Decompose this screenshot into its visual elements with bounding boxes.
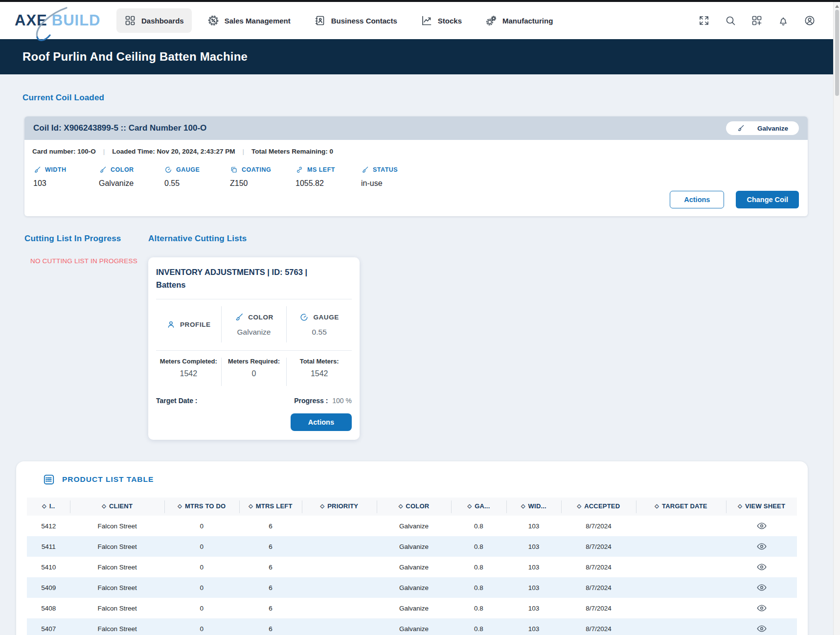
sort-icon (655, 502, 662, 510)
nav-item-manufacturing[interactable]: Manufacturing (477, 8, 561, 33)
alt-card-actions-button[interactable]: Actions (291, 413, 352, 431)
nav-item-label: Manufacturing (502, 17, 553, 25)
view-sheet-eye-icon[interactable] (756, 603, 767, 613)
cell-accepted: 8/7/2024 (561, 557, 636, 577)
coil-meta-loaded-time: Loaded Time: Nov 20, 2024, 2:43:27 PM (112, 148, 251, 155)
apps-icon[interactable] (751, 15, 763, 26)
cell-width: 103 (506, 577, 561, 598)
product-list-table: I.. CLIENT MTRS TO DO MTRS LEFT PRIORITY… (27, 498, 797, 635)
column-header-client[interactable]: CLIENT (70, 498, 164, 516)
alt-card-attributes: PROFILE COLOR Galvanize GAUGE 0.55 (156, 306, 352, 342)
alt-attr-label: GAUGE (313, 314, 339, 321)
view-sheet-eye-icon[interactable] (756, 582, 767, 593)
current-coil-card: Coil Id: X906243899-5 :: Card Number 100… (24, 116, 808, 216)
nav-item-label: Sales Management (225, 17, 291, 25)
cell-gauge: 0.8 (451, 577, 506, 598)
product-list-header: PRODUCT LIST TABLE (43, 473, 797, 486)
person-icon (166, 320, 176, 329)
brand-part-2: BUILD (52, 12, 101, 29)
cell-priority (302, 618, 377, 635)
cell-client: Falcon Street (70, 557, 164, 577)
brush-icon (737, 124, 745, 132)
stat-label: COATING (242, 166, 271, 173)
cell-id: 5411 (27, 536, 70, 557)
top-navbar: AXE BUILD Dashboards Sales Management Bu… (0, 0, 840, 39)
alt-attr-gauge: GAUGE 0.55 (286, 306, 352, 342)
coil-id-title: Coil Id: X906243899-5 :: Card Number 100… (33, 123, 206, 133)
view-sheet-eye-icon[interactable] (756, 562, 767, 572)
cell-color: Galvanize (377, 618, 452, 635)
cell-id: 5410 (27, 557, 70, 577)
cell-mtrs-left: 6 (239, 557, 302, 577)
nav-item-business-contacts[interactable]: Business Contacts (306, 8, 405, 33)
cell-priority (302, 577, 377, 598)
alternative-cutting-heading: Alternative Cutting Lists (148, 234, 360, 244)
search-icon[interactable] (725, 15, 736, 26)
alt-attr-value: 0.55 (312, 328, 327, 337)
cell-mtrs-left: 6 (239, 577, 302, 598)
alt-attr-label: COLOR (248, 314, 273, 321)
cell-width: 103 (506, 536, 561, 557)
cell-target-date (636, 598, 726, 618)
nav-item-label: Stocks (438, 17, 462, 25)
alt-card-title: INVENTORY ADJUSTMENTS | ID: 5763 | Batte… (156, 266, 313, 291)
column-header-view-sheet[interactable]: VIEW SHEET (726, 498, 797, 516)
bell-icon[interactable] (777, 15, 789, 26)
brand-part-1: AXE (15, 12, 47, 29)
nav-item-sales-management[interactable]: Sales Management (200, 8, 298, 33)
fullscreen-icon[interactable] (698, 15, 710, 26)
cell-priority (302, 516, 377, 536)
cell-client: Falcon Street (70, 598, 164, 618)
column-header-id[interactable]: I.. (27, 498, 70, 516)
cell-gauge: 0.8 (451, 557, 506, 577)
cell-view-sheet (726, 516, 797, 536)
nav-item-stocks[interactable]: Stocks (413, 8, 470, 33)
column-header-width[interactable]: WID... (506, 498, 561, 516)
table-header-row: I.. CLIENT MTRS TO DO MTRS LEFT PRIORITY… (27, 498, 797, 516)
table-row: 5412 Falcon Street 0 6 Galvanize 0.8 103… (27, 516, 797, 536)
current-coil-heading: Current Coil Loaded (23, 93, 840, 103)
meter-value: 1542 (180, 369, 198, 378)
column-header-accepted[interactable]: ACCEPTED (561, 498, 636, 516)
cell-color: Galvanize (377, 577, 452, 598)
coil-actions-button[interactable]: Actions (670, 191, 724, 208)
account-icon[interactable] (804, 15, 816, 26)
view-sheet-eye-icon[interactable] (756, 521, 767, 531)
change-coil-button[interactable]: Change Coil (736, 191, 799, 208)
cell-view-sheet (726, 536, 797, 557)
sort-icon (249, 502, 256, 510)
sort-icon (320, 502, 328, 510)
cell-gauge: 0.8 (451, 618, 506, 635)
cell-id: 5409 (27, 577, 70, 598)
page-title: Roof Purlin And Ceiling Batten Machine (23, 50, 248, 64)
coil-color-badge: Galvanize (726, 121, 799, 135)
cell-view-sheet (726, 577, 797, 598)
cell-accepted: 8/7/2024 (561, 618, 636, 635)
scrollbar-up-arrow[interactable] (835, 5, 839, 8)
meters-completed: Meters Completed: 1542 (156, 358, 221, 386)
stat-label: STATUS (373, 166, 398, 173)
column-header-priority[interactable]: PRIORITY (302, 498, 377, 516)
column-header-mtrs-to-do[interactable]: MTRS TO DO (164, 498, 239, 516)
copy-icon (230, 166, 238, 174)
column-header-mtrs-left[interactable]: MTRS LEFT (239, 498, 302, 516)
product-list-card: PRODUCT LIST TABLE I.. CLIENT MTRS TO DO… (16, 461, 808, 635)
column-header-target-date[interactable]: TARGET DATE (636, 498, 726, 516)
meter-label: Meters Completed: (160, 358, 217, 365)
alternative-cutting-card: INVENTORY ADJUSTMENTS | ID: 5763 | Batte… (148, 257, 360, 440)
scrollbar-thumb[interactable] (835, 10, 839, 96)
table-row: 5409 Falcon Street 0 6 Galvanize 0.8 103… (27, 577, 797, 598)
nav-item-dashboards[interactable]: Dashboards (116, 8, 192, 33)
cell-mtrs-left: 6 (239, 598, 302, 618)
sort-icon (399, 502, 406, 510)
column-header-color[interactable]: COLOR (377, 498, 452, 516)
cell-view-sheet (726, 598, 797, 618)
column-header-gauge[interactable]: GA... (451, 498, 506, 516)
view-sheet-eye-icon[interactable] (756, 541, 767, 552)
contacts-icon (314, 15, 326, 26)
cell-accepted: 8/7/2024 (561, 516, 636, 536)
brand-logo[interactable]: AXE BUILD (15, 12, 108, 29)
page-title-bar: Roof Purlin And Ceiling Batten Machine (0, 39, 840, 74)
cell-mtrs-to-do: 0 (164, 536, 239, 557)
view-sheet-eye-icon[interactable] (756, 623, 767, 634)
